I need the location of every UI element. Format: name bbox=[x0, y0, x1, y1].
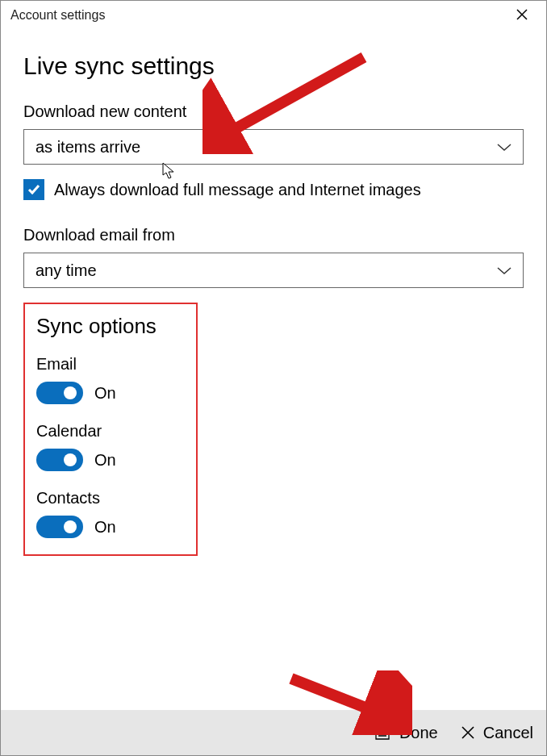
full-message-checkbox-row[interactable]: Always download full message and Interne… bbox=[23, 179, 524, 200]
content-area: Live sync settings Download new content … bbox=[1, 30, 546, 556]
download-new-content-value: as items arrive bbox=[35, 138, 140, 157]
done-label: Done bbox=[399, 724, 438, 742]
download-email-from-value: any time bbox=[35, 261, 97, 280]
download-email-from-label: Download email from bbox=[23, 226, 524, 244]
save-icon bbox=[374, 724, 391, 741]
window-title: Account settings bbox=[10, 8, 105, 23]
chevron-down-icon bbox=[497, 262, 512, 279]
cancel-button[interactable]: Cancel bbox=[461, 724, 533, 742]
full-message-checkbox-label: Always download full message and Interne… bbox=[54, 181, 421, 199]
download-new-content-label: Download new content bbox=[23, 102, 524, 121]
sync-calendar-state: On bbox=[94, 451, 116, 470]
footer-bar: Done Cancel bbox=[1, 710, 546, 755]
sync-email-state: On bbox=[94, 384, 116, 403]
close-icon bbox=[516, 7, 528, 24]
checkmark-icon bbox=[27, 182, 41, 197]
titlebar: Account settings bbox=[1, 1, 546, 30]
cancel-icon bbox=[461, 725, 475, 740]
sync-contacts-toggle[interactable] bbox=[36, 516, 83, 538]
sync-contacts-state: On bbox=[94, 518, 116, 537]
sync-calendar-group: Calendar On bbox=[36, 422, 185, 471]
sync-contacts-label: Contacts bbox=[36, 489, 185, 507]
sync-email-toggle[interactable] bbox=[36, 382, 83, 404]
sync-contacts-group: Contacts On bbox=[36, 489, 185, 538]
chevron-down-icon bbox=[497, 139, 512, 156]
sync-calendar-label: Calendar bbox=[36, 422, 185, 441]
done-button[interactable]: Done bbox=[374, 724, 438, 742]
download-new-content-select[interactable]: as items arrive bbox=[23, 129, 524, 165]
sync-calendar-toggle[interactable] bbox=[36, 449, 83, 471]
page-heading: Live sync settings bbox=[23, 52, 524, 80]
sync-email-group: Email On bbox=[36, 355, 185, 404]
full-message-checkbox[interactable] bbox=[23, 179, 44, 200]
sync-options-section: Sync options Email On Calendar On Contac… bbox=[23, 303, 198, 556]
download-email-from-select[interactable]: any time bbox=[23, 253, 524, 288]
sync-email-label: Email bbox=[36, 355, 185, 374]
cancel-label: Cancel bbox=[483, 724, 533, 742]
close-button[interactable] bbox=[506, 2, 538, 28]
sync-options-heading: Sync options bbox=[36, 314, 185, 339]
